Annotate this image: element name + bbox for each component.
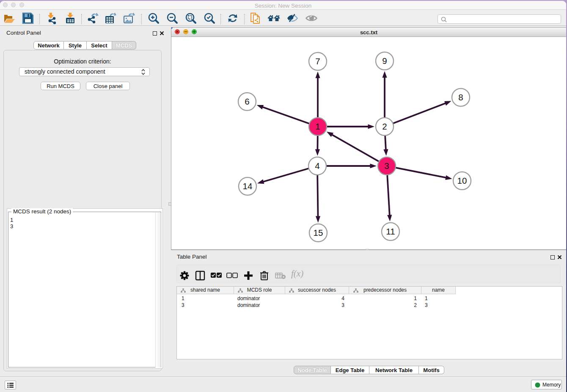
svg-text:14: 14	[243, 181, 253, 191]
svg-text:6: 6	[245, 97, 249, 106]
svg-text:2: 2	[382, 121, 387, 131]
svg-text:15: 15	[314, 228, 323, 237]
svg-text:4: 4	[315, 161, 319, 171]
svg-text:8: 8	[458, 92, 463, 102]
svg-text:9: 9	[382, 56, 387, 66]
svg-text:1: 1	[315, 121, 320, 131]
svg-text:10: 10	[457, 176, 467, 185]
svg-text:11: 11	[386, 226, 395, 236]
svg-text:7: 7	[315, 56, 320, 66]
svg-text:3: 3	[384, 161, 389, 171]
